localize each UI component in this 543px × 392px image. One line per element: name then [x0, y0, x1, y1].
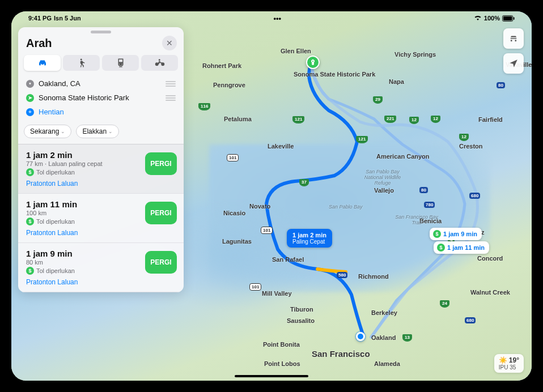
- tab-drive[interactable]: [24, 55, 61, 71]
- route-time: 1 jam 11 min: [26, 199, 139, 209]
- battery-percent: 100%: [484, 15, 500, 22]
- origin-dot-icon: •: [29, 80, 31, 87]
- highway-shield: 680: [465, 317, 476, 323]
- tab-walk[interactable]: [63, 55, 100, 71]
- city-label: Vichy Springs: [394, 51, 436, 58]
- home-indicator[interactable]: [235, 375, 308, 377]
- city-label: Berkeley: [371, 309, 397, 316]
- depart-now-dropdown[interactable]: Sekarang ⌄: [24, 125, 71, 138]
- route-callout-primary[interactable]: 1 jam 2 min Paling Cepat: [287, 229, 332, 248]
- highway-shield: 221: [384, 116, 396, 123]
- reorder-handle-icon[interactable]: [166, 95, 176, 101]
- waypoint-origin[interactable]: • Oakland, CA: [24, 76, 178, 91]
- city-label: Tiburon: [290, 306, 313, 313]
- go-button[interactable]: PERGI: [145, 202, 177, 224]
- route-callout-alt-2[interactable]: $ 1 jam 11 min: [434, 241, 489, 254]
- route-callout-alt-1[interactable]: $ 1 jam 9 min: [430, 228, 482, 240]
- weather-widget[interactable]: ☀️ 19° IPU 35: [494, 354, 524, 373]
- waypoints: • Oakland, CA ➤ Sonoma State Historic Pa…: [18, 74, 184, 122]
- highway-shield: 24: [440, 300, 449, 308]
- weather-aqi: IPU 35: [499, 364, 519, 370]
- city-label: San Francisco Bay Trail: [391, 214, 442, 225]
- transport-tabs: [18, 55, 184, 74]
- highway-shield: 116: [198, 103, 210, 110]
- highway-shield: 13: [402, 334, 412, 342]
- city-label: Alameda: [374, 360, 400, 367]
- ipad-frame: 9:41 PG Isn 5 Jun ••• 100%: [0, 0, 543, 392]
- tab-transit[interactable]: [102, 55, 139, 71]
- route-preview-link[interactable]: Pratonton Laluan: [26, 180, 139, 188]
- dest-dot-icon: ➤: [28, 95, 32, 101]
- dollar-icon: $: [26, 267, 34, 275]
- status-time: 9:41 PG: [28, 15, 52, 22]
- city-label: Creston: [459, 143, 483, 150]
- destination-pin[interactable]: [306, 56, 320, 69]
- highway-shield: 580: [337, 272, 347, 278]
- city-label: Mill Valley: [262, 290, 292, 297]
- city-label: Sausalito: [287, 317, 315, 324]
- route-toll: $ Tol diperlukan: [26, 168, 139, 176]
- map-mode-button[interactable]: [503, 28, 524, 49]
- route-time: 1 jam 9 min: [26, 249, 139, 258]
- depart-now-label: Sekarang: [30, 127, 59, 135]
- city-label: Penngrove: [213, 82, 245, 88]
- locate-button[interactable]: [503, 53, 524, 74]
- city-label: San Rafael: [272, 256, 304, 263]
- city-label: Sonoma State Historic Park: [294, 71, 375, 78]
- origin-text: Oakland, CA: [39, 79, 161, 88]
- weather-temp: 19°: [509, 356, 519, 364]
- panel-grabber[interactable]: [91, 31, 111, 33]
- close-icon: ✕: [166, 39, 173, 48]
- city-label: Nicasio: [223, 210, 245, 216]
- highway-shield: 101: [261, 227, 273, 234]
- city-label: Concord: [477, 255, 503, 262]
- dollar-icon: $: [433, 230, 441, 238]
- city-label: Point Bonita: [263, 341, 300, 348]
- avoid-label: Elakkan: [82, 127, 107, 135]
- highway-shield: 101: [249, 283, 261, 291]
- callout-sub: Paling Cepat: [292, 238, 325, 245]
- route-preview-link[interactable]: Pratonton Laluan: [26, 229, 139, 237]
- highway-shield: 12: [459, 134, 469, 141]
- highway-shield: 37: [299, 179, 309, 186]
- panel-title: Arah: [26, 37, 52, 50]
- svg-rect-1: [503, 16, 512, 20]
- close-button[interactable]: ✕: [162, 36, 177, 50]
- highway-shield: 121: [356, 136, 368, 143]
- reorder-handle-icon[interactable]: [166, 81, 176, 87]
- highway-shield: 12: [409, 117, 419, 124]
- city-label: Napa: [389, 78, 404, 85]
- add-stop-row[interactable]: + Hentian: [24, 105, 178, 119]
- city-label: Lagunitas: [222, 238, 252, 245]
- dollar-icon: $: [26, 168, 34, 176]
- dollar-icon: $: [437, 244, 445, 252]
- highway-shield: 29: [373, 96, 383, 104]
- route-item-0[interactable]: 1 jam 2 min 77 km · Laluan paling cepat …: [18, 144, 184, 194]
- city-label: Glen Ellen: [281, 48, 311, 54]
- route-toll: $ Tol diperlukan: [26, 218, 139, 225]
- city-label: Lakeville: [268, 143, 294, 150]
- user-location-dot: [356, 332, 365, 341]
- city-label: San Pablo Bay: [329, 204, 363, 210]
- route-meta: 77 km · Laluan paling cepat: [26, 160, 139, 167]
- route-item-1[interactable]: 1 jam 11 min 100 km $ Tol diperlukan Pra…: [18, 194, 184, 243]
- chevron-down-icon: ⌄: [61, 129, 65, 134]
- go-button[interactable]: PERGI: [145, 152, 177, 175]
- go-button[interactable]: PERGI: [145, 251, 177, 274]
- route-item-2[interactable]: 1 jam 9 min 80 km $ Tol diperlukan Prato…: [18, 243, 184, 292]
- city-label: Walnut Creek: [470, 289, 510, 296]
- route-preview-link[interactable]: Pratonton Laluan: [26, 278, 139, 286]
- callout-time: 1 jam 2 min: [292, 232, 326, 238]
- highway-shield: 12: [431, 116, 440, 123]
- highway-shield: 80: [419, 187, 428, 193]
- avoid-dropdown[interactable]: Elakkan ⌄: [76, 125, 119, 138]
- highway-shield: 80: [497, 82, 505, 88]
- highway-shield: 780: [424, 202, 435, 208]
- add-stop-text: Hentian: [39, 108, 176, 116]
- waypoint-destination[interactable]: ➤ Sonoma State Historic Park: [24, 91, 178, 105]
- highway-shield: 121: [292, 116, 304, 123]
- route-meta: 80 km: [26, 259, 139, 266]
- tab-cycle[interactable]: [141, 55, 178, 71]
- city-label: Novato: [249, 203, 270, 210]
- city-label: San Francisco: [312, 349, 370, 359]
